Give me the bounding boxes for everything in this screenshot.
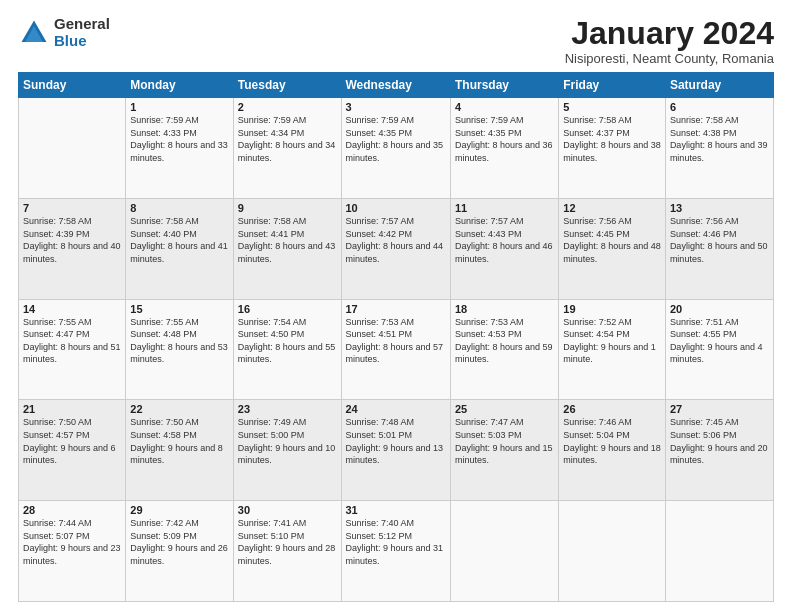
day-info: Sunrise: 7:58 AM Sunset: 4:41 PM Dayligh… (238, 215, 337, 265)
calendar-week-row: 28Sunrise: 7:44 AM Sunset: 5:07 PM Dayli… (19, 501, 774, 602)
logo: General Blue (18, 16, 110, 49)
day-info: Sunrise: 7:46 AM Sunset: 5:04 PM Dayligh… (563, 416, 661, 466)
day-number: 27 (670, 403, 769, 415)
header: General Blue January 2024 Nisiporesti, N… (18, 16, 774, 66)
day-number: 20 (670, 303, 769, 315)
calendar-cell: 13Sunrise: 7:56 AM Sunset: 4:46 PM Dayli… (665, 198, 773, 299)
calendar-cell: 17Sunrise: 7:53 AM Sunset: 4:51 PM Dayli… (341, 299, 450, 400)
calendar-cell (19, 98, 126, 199)
col-header-thursday: Thursday (450, 73, 558, 98)
calendar-cell: 31Sunrise: 7:40 AM Sunset: 5:12 PM Dayli… (341, 501, 450, 602)
calendar-week-row: 14Sunrise: 7:55 AM Sunset: 4:47 PM Dayli… (19, 299, 774, 400)
day-info: Sunrise: 7:48 AM Sunset: 5:01 PM Dayligh… (346, 416, 446, 466)
day-number: 26 (563, 403, 661, 415)
day-number: 7 (23, 202, 121, 214)
calendar-cell: 30Sunrise: 7:41 AM Sunset: 5:10 PM Dayli… (233, 501, 341, 602)
title-block: January 2024 Nisiporesti, Neamt County, … (565, 16, 774, 66)
day-number: 17 (346, 303, 446, 315)
logo-icon (18, 17, 50, 49)
day-info: Sunrise: 7:59 AM Sunset: 4:33 PM Dayligh… (130, 114, 228, 164)
calendar-cell: 10Sunrise: 7:57 AM Sunset: 4:42 PM Dayli… (341, 198, 450, 299)
logo-text: General Blue (54, 16, 110, 49)
calendar-cell: 23Sunrise: 7:49 AM Sunset: 5:00 PM Dayli… (233, 400, 341, 501)
calendar-cell (559, 501, 666, 602)
calendar-cell: 11Sunrise: 7:57 AM Sunset: 4:43 PM Dayli… (450, 198, 558, 299)
calendar-cell: 15Sunrise: 7:55 AM Sunset: 4:48 PM Dayli… (126, 299, 233, 400)
day-info: Sunrise: 7:59 AM Sunset: 4:34 PM Dayligh… (238, 114, 337, 164)
col-header-wednesday: Wednesday (341, 73, 450, 98)
calendar-cell: 27Sunrise: 7:45 AM Sunset: 5:06 PM Dayli… (665, 400, 773, 501)
calendar-cell: 28Sunrise: 7:44 AM Sunset: 5:07 PM Dayli… (19, 501, 126, 602)
calendar-cell: 12Sunrise: 7:56 AM Sunset: 4:45 PM Dayli… (559, 198, 666, 299)
day-info: Sunrise: 7:40 AM Sunset: 5:12 PM Dayligh… (346, 517, 446, 567)
day-number: 23 (238, 403, 337, 415)
day-number: 31 (346, 504, 446, 516)
calendar-page: General Blue January 2024 Nisiporesti, N… (0, 0, 792, 612)
day-info: Sunrise: 7:44 AM Sunset: 5:07 PM Dayligh… (23, 517, 121, 567)
day-number: 1 (130, 101, 228, 113)
day-info: Sunrise: 7:56 AM Sunset: 4:46 PM Dayligh… (670, 215, 769, 265)
day-number: 5 (563, 101, 661, 113)
month-title: January 2024 (565, 16, 774, 51)
day-info: Sunrise: 7:41 AM Sunset: 5:10 PM Dayligh… (238, 517, 337, 567)
day-info: Sunrise: 7:58 AM Sunset: 4:38 PM Dayligh… (670, 114, 769, 164)
day-info: Sunrise: 7:52 AM Sunset: 4:54 PM Dayligh… (563, 316, 661, 366)
calendar-cell (665, 501, 773, 602)
day-info: Sunrise: 7:54 AM Sunset: 4:50 PM Dayligh… (238, 316, 337, 366)
day-number: 2 (238, 101, 337, 113)
day-number: 24 (346, 403, 446, 415)
day-number: 13 (670, 202, 769, 214)
day-info: Sunrise: 7:56 AM Sunset: 4:45 PM Dayligh… (563, 215, 661, 265)
day-number: 16 (238, 303, 337, 315)
calendar-cell: 21Sunrise: 7:50 AM Sunset: 4:57 PM Dayli… (19, 400, 126, 501)
calendar-cell: 9Sunrise: 7:58 AM Sunset: 4:41 PM Daylig… (233, 198, 341, 299)
calendar-cell: 26Sunrise: 7:46 AM Sunset: 5:04 PM Dayli… (559, 400, 666, 501)
calendar-cell: 6Sunrise: 7:58 AM Sunset: 4:38 PM Daylig… (665, 98, 773, 199)
day-info: Sunrise: 7:50 AM Sunset: 4:58 PM Dayligh… (130, 416, 228, 466)
day-info: Sunrise: 7:59 AM Sunset: 4:35 PM Dayligh… (346, 114, 446, 164)
day-info: Sunrise: 7:49 AM Sunset: 5:00 PM Dayligh… (238, 416, 337, 466)
calendar-cell: 20Sunrise: 7:51 AM Sunset: 4:55 PM Dayli… (665, 299, 773, 400)
day-info: Sunrise: 7:58 AM Sunset: 4:37 PM Dayligh… (563, 114, 661, 164)
day-number: 30 (238, 504, 337, 516)
day-number: 9 (238, 202, 337, 214)
day-number: 18 (455, 303, 554, 315)
calendar-week-row: 7Sunrise: 7:58 AM Sunset: 4:39 PM Daylig… (19, 198, 774, 299)
calendar-header-row: SundayMondayTuesdayWednesdayThursdayFrid… (19, 73, 774, 98)
day-number: 3 (346, 101, 446, 113)
calendar-cell: 3Sunrise: 7:59 AM Sunset: 4:35 PM Daylig… (341, 98, 450, 199)
calendar-week-row: 21Sunrise: 7:50 AM Sunset: 4:57 PM Dayli… (19, 400, 774, 501)
col-header-saturday: Saturday (665, 73, 773, 98)
calendar-cell: 7Sunrise: 7:58 AM Sunset: 4:39 PM Daylig… (19, 198, 126, 299)
col-header-tuesday: Tuesday (233, 73, 341, 98)
day-number: 29 (130, 504, 228, 516)
logo-general: General (54, 16, 110, 33)
day-info: Sunrise: 7:47 AM Sunset: 5:03 PM Dayligh… (455, 416, 554, 466)
day-info: Sunrise: 7:57 AM Sunset: 4:43 PM Dayligh… (455, 215, 554, 265)
day-info: Sunrise: 7:45 AM Sunset: 5:06 PM Dayligh… (670, 416, 769, 466)
calendar-cell: 25Sunrise: 7:47 AM Sunset: 5:03 PM Dayli… (450, 400, 558, 501)
col-header-monday: Monday (126, 73, 233, 98)
day-info: Sunrise: 7:53 AM Sunset: 4:51 PM Dayligh… (346, 316, 446, 366)
calendar-cell: 24Sunrise: 7:48 AM Sunset: 5:01 PM Dayli… (341, 400, 450, 501)
calendar-cell: 8Sunrise: 7:58 AM Sunset: 4:40 PM Daylig… (126, 198, 233, 299)
day-number: 15 (130, 303, 228, 315)
day-number: 11 (455, 202, 554, 214)
day-info: Sunrise: 7:42 AM Sunset: 5:09 PM Dayligh… (130, 517, 228, 567)
calendar-cell (450, 501, 558, 602)
logo-blue: Blue (54, 33, 110, 50)
calendar-table: SundayMondayTuesdayWednesdayThursdayFrid… (18, 72, 774, 602)
calendar-week-row: 1Sunrise: 7:59 AM Sunset: 4:33 PM Daylig… (19, 98, 774, 199)
calendar-cell: 16Sunrise: 7:54 AM Sunset: 4:50 PM Dayli… (233, 299, 341, 400)
day-number: 28 (23, 504, 121, 516)
day-info: Sunrise: 7:57 AM Sunset: 4:42 PM Dayligh… (346, 215, 446, 265)
day-number: 8 (130, 202, 228, 214)
col-header-sunday: Sunday (19, 73, 126, 98)
day-number: 21 (23, 403, 121, 415)
col-header-friday: Friday (559, 73, 666, 98)
day-number: 12 (563, 202, 661, 214)
day-number: 25 (455, 403, 554, 415)
day-number: 10 (346, 202, 446, 214)
day-info: Sunrise: 7:51 AM Sunset: 4:55 PM Dayligh… (670, 316, 769, 366)
day-number: 6 (670, 101, 769, 113)
